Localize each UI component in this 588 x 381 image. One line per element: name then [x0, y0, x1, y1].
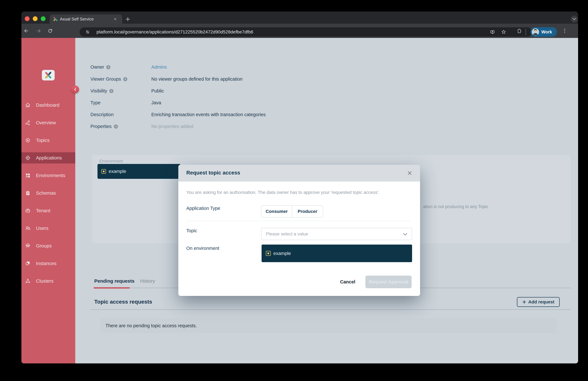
detail-value-description: Enriching transaction events with transa… [151, 112, 266, 117]
environment-card-label: Environment [99, 159, 123, 164]
avatar [532, 28, 539, 36]
sidebar-item-topics[interactable]: Topics [21, 135, 75, 146]
on-environment-label: On environment [186, 246, 219, 251]
empty-state: There are no pending topic access reques… [100, 318, 557, 333]
extensions-icon[interactable] [516, 28, 522, 34]
browser-tab[interactable]: Axual Self Service [50, 14, 122, 24]
browser-tabstrip: Axual Self Service [21, 12, 578, 24]
tab-favicon-axual-icon [53, 17, 58, 22]
clusters-icon [25, 278, 31, 284]
empty-state-message: There are no pending topic access reques… [105, 318, 197, 333]
topic-label: Topic [186, 228, 197, 233]
section-divider [90, 309, 571, 310]
environment-chip[interactable]: example [98, 164, 181, 179]
url-text[interactable]: platform.local/governance/applications/d… [97, 29, 253, 35]
detail-label: Propertiesi [90, 124, 118, 129]
background-text-fragment: ation is not producing to any Topic [423, 204, 488, 209]
info-icon[interactable]: i [106, 65, 110, 69]
producer-option[interactable]: Producer [292, 205, 323, 217]
detail-label: Owneri [90, 65, 110, 70]
app-page: Dashboard Overview Topics [21, 38, 578, 363]
detail-value-owner[interactable]: Admins [151, 65, 167, 70]
back-button[interactable] [23, 28, 29, 34]
profile-label: Work [541, 30, 552, 35]
environment-square-icon [101, 169, 106, 174]
reload-button[interactable] [47, 28, 53, 34]
application-type-label: Application Type [186, 206, 220, 211]
sidebar-item-dashboard[interactable]: Dashboard [21, 99, 75, 111]
info-icon[interactable]: i [123, 77, 127, 81]
schemas-icon [25, 190, 31, 196]
sidebar: Dashboard Overview Topics [21, 38, 75, 363]
tab-title: Axual Self Service [60, 17, 94, 22]
screenshot-root: Axual Self Service [0, 0, 588, 381]
plus-icon [522, 300, 526, 304]
environments-icon [25, 173, 31, 178]
sidebar-collapse-button[interactable] [71, 86, 79, 93]
browser-window: Axual Self Service [21, 12, 578, 363]
bookmark-star-icon[interactable] [501, 29, 506, 35]
modal-close-button[interactable] [406, 169, 414, 177]
info-icon[interactable]: i [114, 124, 118, 129]
detail-label: Type [90, 100, 101, 105]
applications-icon [25, 155, 31, 161]
modal-title: Request topic access [186, 170, 240, 176]
sidebar-item-overview[interactable]: Overview [21, 117, 75, 128]
topics-icon [25, 137, 31, 143]
profile-button[interactable]: Work [530, 27, 557, 37]
traffic-close-button[interactable] [25, 16, 30, 21]
site-settings-icon[interactable] [85, 29, 90, 35]
sidebar-item-groups[interactable]: Groups [21, 240, 75, 251]
sidebar-item-tenant[interactable]: Tenant [21, 205, 75, 216]
consumer-option[interactable]: Consumer [261, 205, 292, 217]
detail-label: Visibilityi [90, 88, 113, 93]
axual-logo[interactable] [42, 70, 55, 80]
detail-value-viewer-groups: No viewer groups defined for this applic… [151, 76, 243, 82]
url-bar[interactable]: platform.local/governance/applications/d… [80, 27, 532, 37]
traffic-zoom-button[interactable] [41, 16, 45, 21]
sidebar-item-schemas[interactable]: Schemas [21, 187, 75, 199]
traffic-minimize-button[interactable] [33, 16, 38, 21]
toolbar-divider [525, 29, 526, 36]
request-approval-button[interactable]: Request Approval [365, 276, 412, 288]
detail-label: Description [90, 112, 114, 117]
close-icon [407, 171, 412, 176]
new-tab-button[interactable] [125, 16, 131, 22]
detail-value-type: Java [151, 100, 161, 105]
instances-icon [25, 261, 31, 266]
modal-divider [186, 221, 410, 221]
modal-header: Request topic access [178, 165, 420, 181]
tab-pending-requests[interactable]: Pending requests [94, 278, 135, 284]
sidebar-item-clusters[interactable]: Clusters [21, 275, 75, 287]
sidebar-item-applications[interactable]: Applications [21, 152, 75, 163]
topic-select-placeholder: Please select a value [266, 228, 308, 240]
active-tab-indicator [94, 287, 130, 289]
sidebar-item-environments[interactable]: Environments [21, 170, 75, 181]
users-icon [25, 225, 31, 231]
info-icon[interactable]: i [109, 89, 113, 93]
browser-toolbar: platform.local/governance/applications/d… [21, 24, 578, 38]
selected-environment-chip[interactable]: example [262, 245, 412, 262]
modal-description: You are asking for an authorisation. The… [186, 190, 379, 195]
sidebar-item-users[interactable]: Users [21, 223, 75, 234]
request-topic-access-modal: Request topic access You are asking for … [178, 165, 420, 296]
cancel-button[interactable]: Cancel [338, 279, 357, 285]
sidebar-item-instances[interactable]: Instances [21, 258, 75, 269]
tab-history[interactable]: History [140, 278, 155, 284]
browser-menu-icon[interactable] [562, 28, 567, 34]
forward-button[interactable] [36, 28, 42, 34]
application-type-segmented-control: Consumer Producer [261, 205, 323, 218]
chevron-left-icon [74, 88, 77, 91]
install-app-icon[interactable] [490, 29, 495, 35]
tenant-icon [25, 208, 31, 214]
detail-label: Viewer Groupsi [90, 76, 127, 82]
environment-square-icon [266, 251, 271, 256]
topic-select[interactable]: Please select a value [261, 228, 412, 240]
detail-value-properties: No properties added [151, 124, 193, 129]
groups-icon [25, 243, 31, 249]
add-request-button[interactable]: Add request [517, 297, 560, 307]
tab-search-button[interactable] [571, 16, 578, 22]
tab-close-icon[interactable] [113, 17, 117, 21]
chevron-down-icon [403, 233, 408, 236]
section-title: Topic access requests [94, 299, 152, 305]
